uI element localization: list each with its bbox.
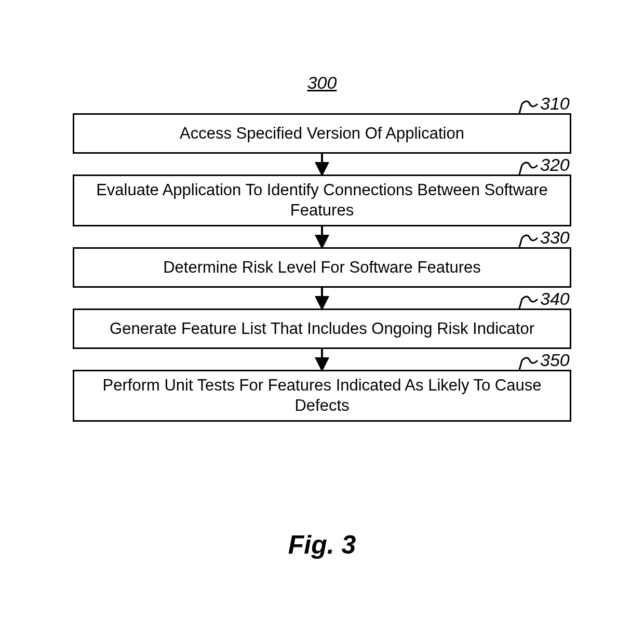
flowchart-canvas: 300 Access Specified Version Of Applicat… xyxy=(0,0,644,644)
step-ref-350: 350 xyxy=(540,350,570,370)
step-text: Generate Feature List That Includes Ongo… xyxy=(110,319,534,339)
figure-caption: Fig. 3 xyxy=(0,530,644,560)
step-ref-340: 340 xyxy=(540,289,570,309)
step-ref-320: 320 xyxy=(540,155,570,175)
figure-number: 300 xyxy=(0,73,644,93)
step-ref-330: 330 xyxy=(540,227,570,248)
step-text: Perform Unit Tests For Features Indicate… xyxy=(85,375,559,416)
step-box-320: Evaluate Application To Identify Connect… xyxy=(73,175,571,226)
step-box-330: Determine Risk Level For Software Featur… xyxy=(73,247,571,288)
step-text: Access Specified Version Of Application xyxy=(180,124,464,144)
step-ref-310: 310 xyxy=(540,93,570,114)
step-box-310: Access Specified Version Of Application xyxy=(73,113,571,154)
step-box-340: Generate Feature List That Includes Ongo… xyxy=(73,308,571,349)
step-text: Evaluate Application To Identify Connect… xyxy=(85,180,559,221)
step-text: Determine Risk Level For Software Featur… xyxy=(163,258,481,278)
step-box-350: Perform Unit Tests For Features Indicate… xyxy=(73,370,571,422)
